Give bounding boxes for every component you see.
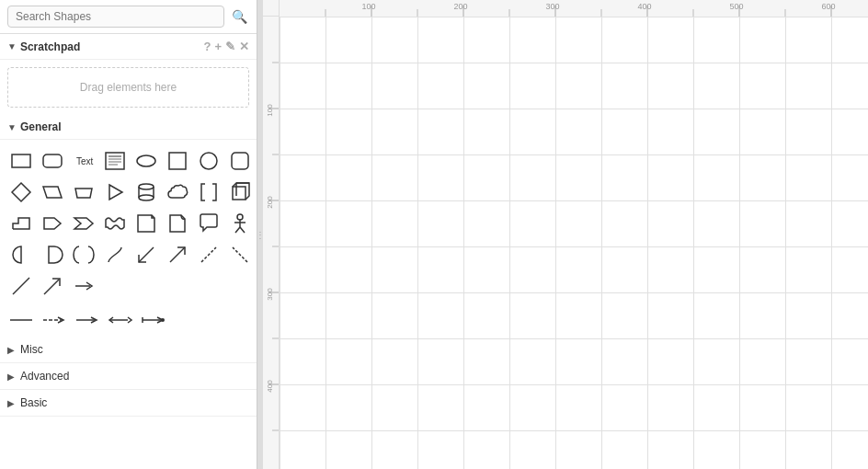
svg-marker-15 bbox=[109, 185, 122, 200]
basic-chevron: ▶ bbox=[7, 398, 15, 408]
svg-line-33 bbox=[233, 247, 247, 262]
svg-text:200: 200 bbox=[453, 2, 467, 11]
shape-chevron-arrow[interactable] bbox=[70, 210, 97, 237]
shape-rounded-rect[interactable] bbox=[39, 147, 66, 175]
shape-page-curl[interactable] bbox=[164, 210, 191, 237]
shape-wave[interactable] bbox=[101, 210, 129, 237]
svg-rect-20 bbox=[233, 187, 246, 200]
scratchpad-close-icon[interactable]: ✕ bbox=[239, 40, 249, 53]
shape-note[interactable] bbox=[101, 147, 129, 175]
shape-rectangle[interactable] bbox=[7, 147, 35, 175]
svg-point-16 bbox=[139, 184, 154, 189]
scratchpad-actions: ? + ✎ ✕ bbox=[203, 40, 249, 53]
scratchpad-edit-icon[interactable]: ✎ bbox=[225, 40, 235, 53]
svg-point-10 bbox=[200, 153, 217, 169]
svg-line-28 bbox=[235, 227, 240, 233]
shape-bracket-left[interactable] bbox=[195, 178, 223, 206]
shape-diamond[interactable] bbox=[7, 178, 35, 206]
general-header[interactable]: ▼ General bbox=[0, 115, 257, 140]
shape-trapezoid[interactable] bbox=[70, 178, 97, 206]
svg-rect-3 bbox=[106, 153, 124, 169]
shape-arrow-bl[interactable] bbox=[132, 241, 160, 269]
shape-half-circle-left[interactable] bbox=[7, 241, 35, 269]
shape-dashed-diagonal[interactable] bbox=[195, 241, 223, 269]
shape-rounded-square[interactable] bbox=[226, 147, 254, 175]
svg-text:400: 400 bbox=[637, 2, 651, 11]
ruler-vertical: 100 200 300 400 500 bbox=[263, 17, 280, 469]
basic-header[interactable]: ▶ Basic bbox=[0, 390, 257, 417]
ruler-horizontal: 100 200 300 400 500 bbox=[263, 0, 868, 17]
scratchpad-header[interactable]: ▼ Scratchpad ? + ✎ ✕ bbox=[0, 34, 257, 60]
svg-text:400: 400 bbox=[266, 380, 274, 393]
shape-square[interactable] bbox=[164, 147, 191, 175]
shapes-panel: 🔍 ▼ Scratchpad ? + ✎ ✕ Drag elements her… bbox=[0, 0, 257, 469]
scratchpad-add-icon[interactable]: + bbox=[214, 40, 222, 53]
shape-arrow-line[interactable] bbox=[39, 272, 66, 300]
search-input[interactable] bbox=[7, 6, 224, 28]
drawing-canvas[interactable] bbox=[280, 17, 868, 469]
canvas-body[interactable]: 100 200 300 400 500 bbox=[263, 17, 868, 469]
arrow-dashed[interactable] bbox=[40, 311, 68, 329]
svg-text:100: 100 bbox=[361, 2, 375, 11]
shape-d-shape[interactable] bbox=[39, 241, 66, 269]
svg-marker-24 bbox=[74, 218, 93, 229]
shape-text[interactable]: Text bbox=[70, 147, 97, 175]
svg-rect-9 bbox=[169, 153, 186, 169]
svg-line-32 bbox=[201, 247, 216, 262]
svg-marker-13 bbox=[43, 187, 62, 198]
shape-triangle-right[interactable] bbox=[101, 178, 129, 206]
ruler-h-inner: 100 200 300 400 500 bbox=[280, 0, 868, 17]
shape-bracket-double[interactable] bbox=[70, 241, 97, 269]
svg-text:100: 100 bbox=[266, 104, 274, 117]
misc-header[interactable]: ▶ Misc bbox=[0, 337, 257, 363]
svg-text:300: 300 bbox=[545, 2, 559, 11]
ruler-v-inner: 100 200 300 400 500 bbox=[263, 17, 280, 469]
shape-actor[interactable] bbox=[226, 210, 254, 237]
shape-cylinder[interactable] bbox=[132, 178, 160, 206]
svg-text:200: 200 bbox=[266, 196, 274, 209]
shape-arrow-tr[interactable] bbox=[164, 241, 191, 269]
shape-speech-bubble[interactable] bbox=[195, 210, 223, 237]
arrow-solid-line[interactable] bbox=[7, 311, 35, 329]
arrow-double[interactable] bbox=[107, 311, 134, 329]
shape-dashed-diagonal-2[interactable] bbox=[226, 241, 254, 269]
shape-parallelogram[interactable] bbox=[39, 178, 66, 206]
scratchpad-drop-area[interactable]: Drag elements here bbox=[7, 67, 249, 108]
shape-s-curve[interactable] bbox=[101, 241, 129, 269]
shape-circle[interactable] bbox=[195, 147, 223, 175]
svg-line-34 bbox=[13, 278, 29, 294]
scratchpad-chevron: ▼ bbox=[7, 41, 17, 51]
shape-ellipse-h[interactable] bbox=[132, 147, 160, 175]
svg-text:500: 500 bbox=[729, 2, 743, 11]
general-chevron: ▼ bbox=[7, 122, 17, 132]
svg-rect-0 bbox=[12, 154, 30, 167]
shape-cloud[interactable] bbox=[164, 178, 191, 206]
arrow-terminal[interactable] bbox=[140, 311, 167, 329]
shape-folded-corner[interactable] bbox=[132, 210, 160, 237]
advanced-header[interactable]: ▶ Advanced bbox=[0, 363, 257, 390]
svg-marker-12 bbox=[12, 183, 30, 201]
advanced-chevron: ▶ bbox=[7, 372, 15, 382]
shape-cube[interactable] bbox=[226, 178, 254, 206]
svg-line-29 bbox=[240, 227, 245, 233]
advanced-label: Advanced bbox=[20, 370, 69, 383]
ruler-corner bbox=[263, 0, 280, 16]
arrow-with-head[interactable] bbox=[74, 311, 101, 329]
canvas-area[interactable]: 100 200 300 400 500 bbox=[263, 0, 868, 469]
svg-point-8 bbox=[137, 155, 155, 166]
arrows-grid bbox=[0, 307, 257, 337]
svg-rect-1 bbox=[43, 154, 62, 167]
search-bar: 🔍 bbox=[0, 0, 257, 34]
shape-pentagon-arrow[interactable] bbox=[39, 210, 66, 237]
search-button[interactable]: 🔍 bbox=[230, 7, 249, 26]
basic-label: Basic bbox=[20, 396, 47, 409]
svg-marker-23 bbox=[44, 218, 61, 229]
shape-step[interactable] bbox=[7, 210, 35, 237]
scratchpad-hint: Drag elements here bbox=[80, 81, 177, 94]
general-label: General bbox=[20, 120, 62, 133]
shape-arrow-line-2[interactable] bbox=[70, 272, 97, 300]
scratchpad-help-icon[interactable]: ? bbox=[203, 40, 211, 53]
shape-line[interactable] bbox=[7, 272, 35, 300]
svg-marker-14 bbox=[75, 189, 92, 198]
svg-line-30 bbox=[139, 247, 154, 262]
